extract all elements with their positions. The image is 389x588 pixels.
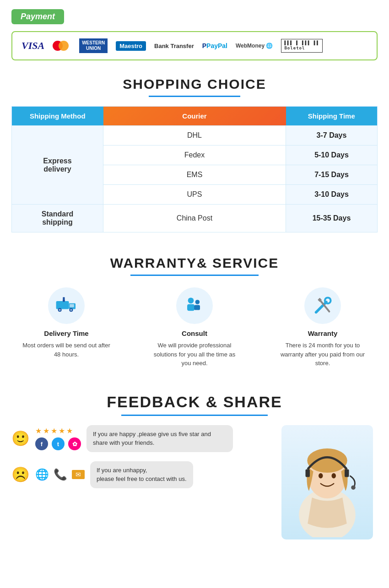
shopping-section: SHOPPING CHOICE Shipping Method Courier …: [0, 67, 389, 242]
visa-logo: VISA: [22, 40, 44, 52]
bank-transfer-logo: Bank Transfer: [154, 43, 194, 49]
happy-feedback-details: ★ ★ ★ ★ ★ f t ✿: [35, 426, 81, 450]
stars-row: ★ ★ ★ ★ ★: [35, 426, 81, 435]
payment-section: Payment VISA WESTERNUNION Maestro Bank T…: [0, 0, 389, 67]
time-dhl: 3-7 Days: [286, 126, 378, 146]
shipping-table: Shipping Method Courier Shipping Time Ex…: [11, 106, 378, 232]
svg-point-25: [351, 485, 356, 490]
delivery-time-icon-circle: [48, 287, 85, 324]
time-ups: 3-10 Days: [286, 185, 378, 205]
unhappy-speech-bubble: If you are unhappy,please feel free to c…: [90, 461, 193, 488]
mastercard-logo: [53, 39, 71, 52]
feedback-title-underline: [121, 415, 268, 416]
svg-rect-0: [56, 301, 69, 309]
courier-ups: UPS: [103, 185, 286, 205]
maestro-logo: Maestro: [116, 41, 146, 51]
col-courier: Courier: [103, 107, 286, 126]
payment-logos-box: VISA WESTERNUNION Maestro Bank Transfer …: [11, 31, 378, 60]
shopping-title-underline: [149, 96, 240, 97]
boletol-logo: ▌▌▌ ▌ ▌▌▌ ▌▌Boletol: [281, 39, 323, 53]
unhappy-emoji: ☹️: [11, 466, 30, 483]
customer-service-person: [281, 425, 373, 539]
happy-speech-bubble: If you are happy ,please give us five st…: [86, 425, 233, 452]
svg-rect-7: [63, 299, 65, 302]
shopping-title: SHOPPING CHOICE: [11, 76, 378, 92]
consult-icon: [184, 295, 205, 317]
courier-dhl: DHL: [103, 126, 286, 146]
delivery-time-label: Delivery Time: [44, 329, 88, 337]
feedback-left: 🙂 ★ ★ ★ ★ ★ f t ✿ If you are happ: [11, 425, 268, 539]
feedback-section: FEEDBACK & SHARE 🙂 ★ ★ ★ ★ ★ f t: [0, 384, 389, 553]
feedback-title-wrapper: FEEDBACK & SHARE: [11, 393, 378, 416]
svg-point-6: [70, 309, 72, 311]
payment-badge: Payment: [11, 9, 64, 24]
western-union-logo: WESTERNUNION: [79, 38, 108, 53]
wrench-icon: [312, 295, 334, 317]
warranty-label: Warranty: [308, 329, 337, 337]
star-2: ★: [43, 426, 49, 435]
standard-shipping-cell: Standardshipping: [12, 205, 103, 232]
truck-icon: [55, 295, 77, 317]
delivery-time-desc: Most orders will be send out after 48 ho…: [21, 341, 112, 359]
warranty-title: WARRANTY& SERVICE: [11, 255, 378, 271]
facebook-icon[interactable]: f: [35, 437, 48, 450]
svg-rect-10: [187, 304, 194, 311]
twitter-icon[interactable]: t: [52, 437, 65, 450]
time-chinapost: 15-35 Days: [286, 205, 378, 232]
flickr-icon[interactable]: ✿: [68, 437, 81, 450]
globe-icon[interactable]: 🌐: [35, 468, 49, 481]
shopping-title-wrapper: SHOPPING CHOICE: [11, 76, 378, 97]
phone-icon[interactable]: 📞: [54, 468, 67, 481]
paypal-logo: P PayPal: [202, 42, 227, 49]
happy-feedback-row: 🙂 ★ ★ ★ ★ ★ f t ✿ If you are happ: [11, 425, 268, 452]
consult-desc: We will provide professional solutions f…: [149, 341, 240, 368]
courier-chinapost: China Post: [103, 205, 286, 232]
svg-rect-24: [345, 469, 349, 477]
social-icons-row: f t ✿: [35, 437, 81, 450]
svg-rect-12: [194, 305, 200, 310]
svg-point-9: [188, 297, 194, 303]
warranty-item: Warranty There is 24 month for you to wa…: [277, 287, 368, 368]
svg-point-8: [63, 297, 65, 299]
express-delivery-cell: Expressdelivery: [12, 126, 103, 205]
table-row: Standardshipping China Post 15-35 Days: [12, 205, 378, 232]
svg-point-4: [59, 309, 61, 311]
svg-point-11: [195, 300, 200, 304]
star-3: ★: [51, 426, 57, 435]
happy-emoji: 🙂: [11, 430, 30, 447]
col-shipping-time: Shipping Time: [286, 107, 378, 126]
warranty-icons-row: Delivery Time Most orders will be send o…: [11, 287, 378, 368]
star-1: ★: [35, 426, 42, 435]
consult-item: Consult We will provide professional sol…: [149, 287, 240, 368]
consult-icon-circle: [176, 287, 213, 324]
courier-ems: EMS: [103, 165, 286, 185]
mail-icon[interactable]: ✉: [72, 470, 85, 479]
svg-rect-2: [70, 304, 74, 307]
svg-rect-23: [306, 469, 310, 477]
col-shipping-method: Shipping Method: [12, 107, 103, 126]
time-ems: 7-15 Days: [286, 165, 378, 185]
warranty-section: WARRANTY& SERVICE: [0, 242, 389, 384]
cs-person-svg: [284, 427, 371, 537]
time-fedex: 5-10 Days: [286, 146, 378, 165]
warranty-title-underline: [130, 275, 259, 276]
delivery-time-item: Delivery Time Most orders will be send o…: [21, 287, 112, 368]
feedback-right: [277, 425, 378, 539]
table-row: Expressdelivery DHL 3-7 Days: [12, 126, 378, 146]
star-5: ★: [66, 426, 73, 435]
unhappy-feedback-row: ☹️ 🌐 📞 ✉ If you are unhappy,please feel …: [11, 461, 268, 488]
feedback-title: FEEDBACK & SHARE: [11, 393, 378, 411]
webmoney-logo: WebMoney 🌐: [236, 43, 273, 49]
feedback-content: 🙂 ★ ★ ★ ★ ★ f t ✿ If you are happ: [11, 425, 378, 539]
contact-icons-row: 🌐 📞 ✉: [35, 468, 85, 481]
svg-point-20: [307, 448, 347, 472]
svg-point-21: [319, 473, 323, 478]
svg-point-14: [325, 297, 331, 303]
star-4: ★: [59, 426, 65, 435]
warranty-desc: There is 24 month for you to warranty af…: [277, 341, 368, 368]
warranty-title-wrapper: WARRANTY& SERVICE: [11, 255, 378, 276]
consult-label: Consult: [182, 329, 207, 337]
courier-fedex: Fedex: [103, 146, 286, 165]
warranty-icon-circle: [304, 287, 341, 324]
svg-point-22: [332, 473, 336, 478]
